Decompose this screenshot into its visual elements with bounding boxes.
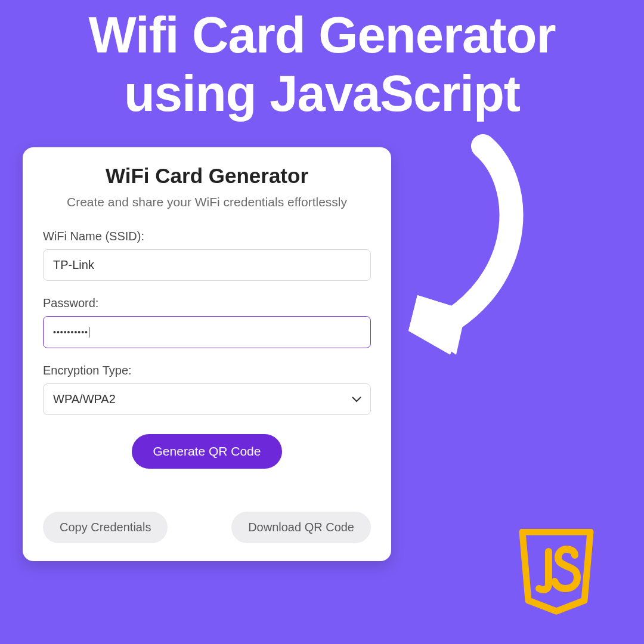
password-label: Password:: [43, 296, 371, 310]
hero-line-1: Wifi Card Generator: [0, 6, 644, 64]
password-field: Password: ••••••••••: [43, 296, 371, 348]
generator-card: WiFi Card Generator Create and share you…: [23, 147, 391, 561]
encryption-value: WPA/WPA2: [53, 392, 116, 405]
js-logo-icon: [518, 529, 595, 615]
action-row: Copy Credentials Download QR Code: [43, 512, 371, 543]
ssid-field: WiFi Name (SSID):: [43, 230, 371, 281]
encryption-field: Encryption Type: WPA/WPA2: [43, 364, 371, 415]
generate-button[interactable]: Generate QR Code: [132, 434, 283, 469]
text-cursor: [89, 327, 89, 338]
copy-button[interactable]: Copy Credentials: [43, 512, 168, 543]
hero-line-2: using JavaScript: [0, 64, 644, 123]
arrow-graphic: [400, 134, 531, 361]
password-input[interactable]: ••••••••••: [43, 316, 371, 348]
encryption-select[interactable]: WPA/WPA2: [43, 383, 371, 415]
ssid-input[interactable]: [43, 249, 371, 281]
encryption-label: Encryption Type:: [43, 364, 371, 377]
hero-title: Wifi Card Generator using JavaScript: [0, 0, 644, 123]
card-subtitle: Create and share your WiFi credentials e…: [43, 195, 371, 209]
ssid-label: WiFi Name (SSID):: [43, 230, 371, 243]
download-button[interactable]: Download QR Code: [231, 512, 371, 543]
card-title: WiFi Card Generator: [43, 164, 371, 188]
password-value: ••••••••••: [53, 327, 88, 337]
